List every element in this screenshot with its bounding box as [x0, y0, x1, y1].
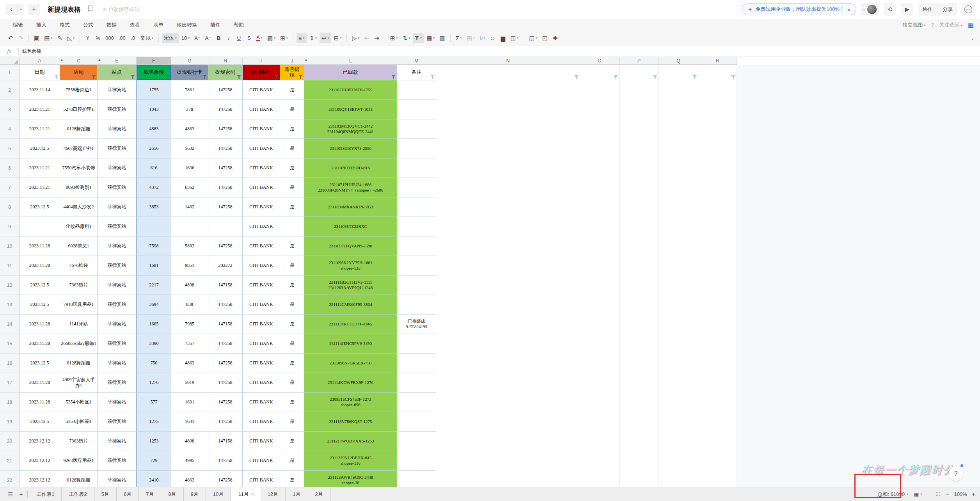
cell-Q13[interactable]	[659, 295, 698, 314]
row-header-8[interactable]: 8	[0, 197, 20, 217]
column-header-P[interactable]: P	[620, 57, 659, 64]
cell-C4[interactable]: 0128舞蹈服	[60, 119, 98, 139]
cell-O19[interactable]	[580, 412, 620, 432]
cell-I17[interactable]: CITI BANK	[243, 373, 280, 393]
redo-icon[interactable]: ↷	[16, 33, 25, 43]
cell-M17[interactable]	[397, 373, 436, 393]
eraser-icon[interactable]: ◺▾	[65, 33, 76, 43]
filter-funnel-icon[interactable]	[202, 75, 207, 79]
cell-J6[interactable]: 是	[280, 158, 304, 178]
cell-L15[interactable]: 231114JENC9PV9-3390	[304, 334, 397, 354]
cell-M16[interactable]	[397, 354, 436, 373]
menu-item-格式[interactable]: 格式	[53, 21, 76, 28]
cell-A13[interactable]: 2023.12.5	[20, 295, 60, 314]
avatar-group[interactable]: ‹	[861, 3, 879, 16]
cell-J19[interactable]: 是	[280, 412, 304, 432]
cell-A5[interactable]: 2023.12.5	[20, 139, 60, 158]
cell-F6[interactable]: 616	[137, 158, 171, 178]
cell-A17[interactable]: 2023.11.28	[20, 373, 60, 393]
cell-G12[interactable]: 4898	[171, 275, 208, 295]
cell-F20[interactable]: 1253	[137, 432, 171, 451]
chart-icon[interactable]: ▆	[498, 33, 508, 43]
cell-H9[interactable]	[208, 217, 243, 236]
dropdown-caret-icon[interactable]: ▾	[73, 36, 75, 40]
wrap-text-icon[interactable]: ↩▾	[320, 33, 331, 43]
dropdown-caret-icon[interactable]: ▾	[517, 36, 519, 40]
row-header-17[interactable]: 17	[0, 373, 20, 393]
independent-view-button[interactable]: 独立视图▾	[902, 21, 926, 28]
cell-C5[interactable]: 4607高端户外1	[60, 139, 98, 158]
cell-A3[interactable]: 2023.11.21	[20, 100, 60, 119]
dropdown-caret-icon[interactable]: ▾	[328, 36, 329, 40]
column-title-提现银行卡[interactable]: 提现银行卡	[171, 65, 208, 80]
cell-J8[interactable]: 是	[280, 197, 304, 217]
cell-Q19[interactable]	[659, 412, 698, 432]
sheet-tab-11月[interactable]: 11月▾	[231, 487, 261, 501]
cell-O22[interactable]	[580, 471, 620, 487]
cell-L11[interactable]: 2311096X2YV75H-1681 shopee-135	[304, 256, 397, 275]
cell-Q7[interactable]	[659, 178, 698, 197]
filter-funnel-icon[interactable]	[274, 75, 279, 79]
cell-E8[interactable]: 菲律宾站	[98, 197, 137, 217]
cell-F19[interactable]: 1275	[137, 412, 171, 432]
cell-O8[interactable]	[580, 197, 620, 217]
cell-N9[interactable]	[436, 217, 580, 236]
font-size-select[interactable]: 10▾	[179, 33, 192, 43]
cell-H22[interactable]: 147258	[208, 471, 243, 487]
avatar[interactable]	[867, 5, 877, 14]
column-header-H[interactable]: H	[208, 57, 243, 64]
column-title-站点[interactable]: 站点	[98, 65, 137, 80]
cell-G18[interactable]: 1631	[171, 393, 208, 412]
cell-Q20[interactable]	[659, 432, 698, 451]
cell-C6[interactable]: 7550汽车小装饰	[60, 158, 98, 178]
column-header-O[interactable]: O	[580, 57, 620, 64]
cell-I22[interactable]: CITI BANK	[243, 471, 280, 487]
cell-P10[interactable]	[620, 236, 659, 256]
cell-Q5[interactable]	[659, 139, 698, 158]
cell-I15[interactable]: CITI BANK	[243, 334, 280, 354]
cell-R18[interactable]	[698, 393, 737, 412]
collaborate-button[interactable]: 协作	[918, 6, 937, 13]
cell-E2[interactable]: 菲律宾站	[98, 80, 137, 100]
cell-N22[interactable]	[436, 471, 580, 487]
row-header-1[interactable]: 1	[0, 65, 20, 80]
cell-O12[interactable]	[580, 275, 620, 295]
cell-M22[interactable]	[397, 471, 436, 487]
cell-R13[interactable]	[698, 295, 737, 314]
cell-M2[interactable]	[397, 80, 436, 100]
cell-A7[interactable]: 2023.11.21	[20, 178, 60, 197]
cell-M9[interactable]	[397, 217, 436, 236]
row-header-20[interactable]: 20	[0, 432, 20, 451]
cell-C18[interactable]: 5354小帐篷1	[60, 393, 98, 412]
cell-G5[interactable]: 5632	[171, 139, 208, 158]
cell-Q8[interactable]	[659, 197, 698, 217]
cell-L17[interactable]: 231114KDWFRX9F-1276	[304, 373, 397, 393]
cell-Q14[interactable]	[659, 314, 698, 334]
cell-F4[interactable]: 4883	[137, 119, 171, 139]
row-header-4[interactable]: 4	[0, 119, 20, 139]
cell-G8[interactable]: 1462	[171, 197, 208, 217]
cell-H20[interactable]: 147158	[208, 432, 243, 451]
cell-M14[interactable]: 已换绑成 9155824199	[397, 314, 436, 334]
cell-M20[interactable]	[397, 432, 436, 451]
cell-R3[interactable]	[698, 100, 737, 119]
cell-H7[interactable]: 147258	[208, 178, 243, 197]
cell-R2[interactable]	[698, 80, 737, 100]
cell-L18[interactable]: 2308315CFS453F-1273 shopee-696	[304, 393, 397, 412]
filter-funnel-icon[interactable]	[391, 75, 396, 79]
select-all-corner[interactable]	[0, 57, 20, 64]
sort-icon[interactable]: ⇅▾	[401, 33, 412, 43]
cell-J9[interactable]	[280, 217, 304, 236]
row-header-10[interactable]: 10	[0, 236, 20, 256]
sheet-tab-1月[interactable]: 1月	[286, 487, 308, 501]
cell-J16[interactable]: 是	[280, 354, 304, 373]
dropdown-caret-icon[interactable]: ▾	[188, 36, 190, 40]
dropdown-caret-icon[interactable]: ▾	[175, 36, 177, 40]
cell-E7[interactable]: 菲律宾站	[98, 178, 137, 197]
cell-L20[interactable]: 2311217WUDVXXS-1253	[304, 432, 397, 451]
column-title-empty[interactable]	[698, 65, 737, 80]
row-header-15[interactable]: 15	[0, 334, 20, 354]
zoom-level[interactable]: 100%	[954, 491, 967, 497]
cell-J7[interactable]: 是	[280, 178, 304, 197]
cell-O10[interactable]	[580, 236, 620, 256]
